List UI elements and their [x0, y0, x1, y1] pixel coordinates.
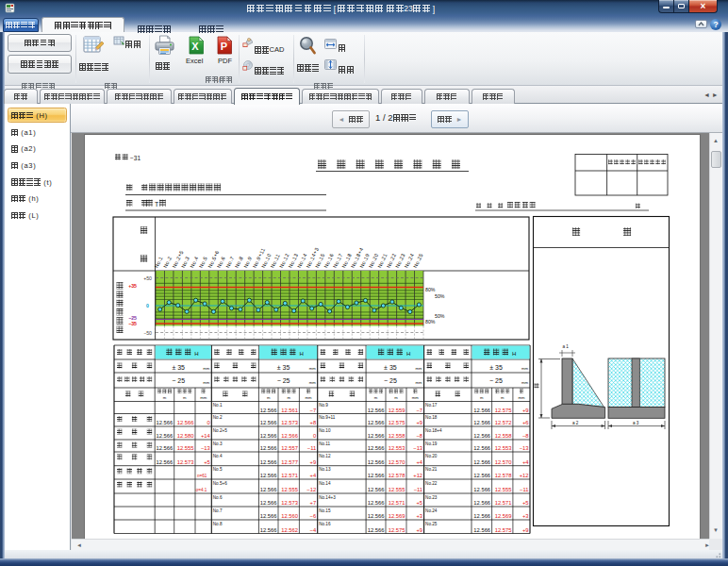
- svg-text:+9: +9: [416, 527, 422, 533]
- svg-text:12.566: 12.566: [368, 459, 385, 465]
- svg-text:a 1: a 1: [563, 344, 570, 349]
- svg-text:a 3: a 3: [633, 421, 639, 425]
- svg-text:+8: +8: [310, 420, 317, 425]
- svg-text:No.11: No.11: [319, 441, 330, 446]
- svg-text:No.7: No.7: [213, 508, 223, 513]
- svg-text:12.566: 12.566: [281, 433, 298, 439]
- svg-text:−11: −11: [307, 445, 316, 451]
- svg-text:H: H: [406, 351, 410, 357]
- svg-text:T: T: [155, 201, 159, 208]
- svg-text:+50: +50: [143, 275, 152, 281]
- svg-text:−35: −35: [128, 321, 137, 326]
- svg-text:P: P: [221, 41, 227, 52]
- svg-text:12.572: 12.572: [495, 420, 512, 425]
- svg-text:− 25: − 25: [277, 377, 290, 384]
- svg-text:No.9+11: No.9+11: [319, 415, 336, 420]
- svg-text:12.578: 12.578: [495, 473, 512, 478]
- svg-text:0: 0: [313, 433, 316, 439]
- svg-text:12.553: 12.553: [495, 445, 512, 451]
- svg-text:+5: +5: [204, 459, 210, 465]
- svg-text:−13: −13: [413, 445, 422, 451]
- svg-text:mm: mm: [306, 395, 312, 400]
- svg-text:12.566: 12.566: [473, 500, 490, 506]
- svg-text:+4: +4: [416, 459, 422, 465]
- svg-text:−11: −11: [520, 487, 528, 492]
- svg-text:12.566: 12.566: [368, 473, 385, 478]
- svg-text:mm: mm: [203, 380, 209, 385]
- svg-text:mm: mm: [518, 395, 524, 400]
- svg-text:12.555: 12.555: [177, 445, 194, 451]
- svg-text:No.2+5: No.2+5: [213, 428, 227, 433]
- svg-text:12.566: 12.566: [177, 420, 194, 425]
- svg-text:12.566: 12.566: [260, 527, 277, 533]
- svg-text:12.566: 12.566: [473, 459, 490, 465]
- svg-text:12.560: 12.560: [281, 513, 298, 519]
- svg-text:+9: +9: [522, 408, 529, 413]
- svg-text:12.559: 12.559: [389, 408, 405, 413]
- svg-text:12.566: 12.566: [260, 487, 277, 492]
- svg-text:mm: mm: [203, 366, 209, 371]
- svg-text:−7: −7: [310, 408, 317, 413]
- svg-text:12.566: 12.566: [260, 445, 277, 451]
- svg-text:12.566: 12.566: [368, 420, 385, 425]
- svg-text:m: m: [501, 395, 505, 400]
- svg-text:−7: −7: [416, 408, 422, 413]
- svg-text:+4: +4: [310, 473, 317, 478]
- svg-text:mm: mm: [521, 366, 528, 371]
- svg-text:12.566: 12.566: [473, 527, 490, 533]
- svg-text:H: H: [194, 351, 198, 357]
- svg-text:12.566: 12.566: [368, 487, 385, 492]
- svg-text:12.580: 12.580: [177, 433, 194, 439]
- svg-text:12.570: 12.570: [389, 459, 405, 465]
- svg-text:+3: +3: [522, 513, 529, 519]
- svg-text:+12: +12: [413, 473, 422, 478]
- svg-text:12.566: 12.566: [260, 408, 277, 413]
- svg-text:No.8: No.8: [213, 522, 223, 526]
- svg-text:−31: −31: [130, 155, 141, 161]
- svg-text:No.16: No.16: [319, 522, 331, 526]
- svg-text:σ=4.1: σ=4.1: [195, 488, 207, 492]
- svg-text:± 35: ± 35: [277, 364, 290, 371]
- svg-text:12.566: 12.566: [473, 420, 490, 425]
- svg-text:X: X: [191, 41, 199, 52]
- svg-text:12.566: 12.566: [260, 459, 277, 465]
- svg-text:12.578: 12.578: [389, 473, 405, 478]
- svg-text:mm: mm: [200, 395, 207, 400]
- svg-text:12.573: 12.573: [281, 500, 298, 506]
- svg-text:m: m: [183, 395, 187, 400]
- svg-text:−13: −13: [520, 445, 529, 451]
- svg-text:12.566: 12.566: [156, 445, 173, 451]
- svg-text:−13: −13: [201, 445, 210, 451]
- svg-text:No.10: No.10: [319, 428, 331, 433]
- svg-text:No.14+3: No.14+3: [319, 495, 336, 500]
- svg-text:mm: mm: [309, 380, 316, 385]
- svg-text:No.21: No.21: [425, 467, 438, 472]
- svg-text:12.575: 12.575: [389, 420, 405, 425]
- svg-text:+35: +35: [128, 283, 137, 289]
- svg-text:H: H: [300, 351, 304, 357]
- svg-text:0: 0: [207, 420, 210, 425]
- svg-text:12.566: 12.566: [368, 513, 385, 519]
- svg-text:12.566: 12.566: [368, 445, 385, 451]
- svg-text:No.18+4: No.18+4: [425, 428, 442, 433]
- svg-text:12.573: 12.573: [177, 459, 194, 465]
- svg-text:50%: 50%: [435, 293, 445, 299]
- svg-text:12.561: 12.561: [281, 408, 298, 413]
- svg-text:mm: mm: [309, 366, 316, 371]
- svg-text:12.570: 12.570: [495, 459, 512, 465]
- svg-text:12.566: 12.566: [368, 527, 385, 533]
- svg-text:n=61: n=61: [197, 474, 207, 478]
- svg-text:No.4: No.4: [213, 454, 223, 458]
- svg-text:12.571: 12.571: [281, 473, 298, 478]
- svg-text:12.566: 12.566: [260, 500, 277, 506]
- svg-text:0: 0: [146, 303, 149, 308]
- svg-text:No.18: No.18: [425, 415, 438, 420]
- svg-text:+9: +9: [310, 459, 317, 465]
- svg-text:12.566: 12.566: [368, 408, 385, 413]
- svg-text:No.19: No.19: [425, 441, 438, 446]
- svg-text:−12: −12: [306, 487, 316, 492]
- svg-text:12.569: 12.569: [389, 513, 405, 519]
- svg-text:−6: −6: [310, 513, 317, 519]
- svg-text:80%: 80%: [425, 287, 436, 292]
- svg-text:− 25: − 25: [384, 377, 397, 384]
